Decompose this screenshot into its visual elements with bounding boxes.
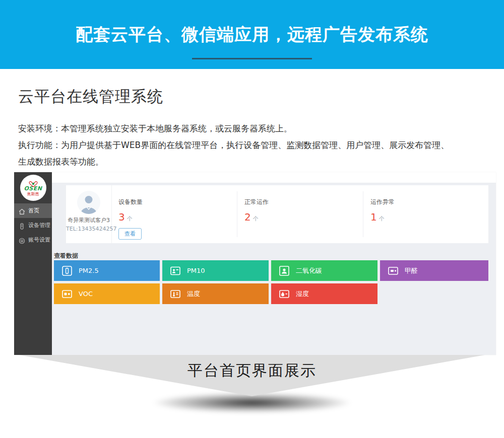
temperature-icon	[170, 289, 180, 299]
tile-label: 温度	[187, 289, 200, 299]
sidebar-item-devices[interactable]: 设备管理	[14, 218, 52, 233]
view-data-label: 查看数据	[54, 252, 78, 260]
divider	[237, 191, 237, 237]
stat-value: 2个	[244, 211, 269, 223]
humidity-icon	[279, 289, 289, 299]
stat-unit: 个	[127, 215, 133, 222]
stat-number: 1	[370, 211, 377, 223]
device-icon	[19, 222, 25, 229]
divider	[363, 191, 363, 237]
view-button[interactable]: 查看	[118, 228, 142, 240]
tile-label: PM2.5	[79, 267, 99, 274]
sidebar-item-label: 首页	[28, 207, 39, 214]
avatar	[77, 191, 100, 214]
sidebar-item-home[interactable]: 首页	[14, 203, 52, 218]
sidebar-menu: 首页 设备管理 账号设置	[14, 203, 52, 247]
intro-line-3: 生成数据报表等功能。	[18, 154, 487, 170]
app-content: 奇异果测试客户3 TEL:13435424257 设备数量 3个 查看 正常运作	[52, 183, 496, 355]
stat-number: 2	[244, 211, 251, 223]
voc-icon	[62, 289, 72, 299]
stat-label: 运作异常	[370, 198, 395, 206]
intro-line-2: 执行功能：为用户提供基于WEB界面的在线管理平台，执行设备管理、监测数据管理、用…	[18, 137, 487, 154]
caption-text: 平台首页界面展示	[187, 360, 317, 381]
stat-value: 3个	[118, 211, 143, 223]
logo-heart-icon	[29, 180, 38, 186]
tiles-row-2: VOC 温度 湿度	[54, 283, 377, 304]
formaldehyde-icon	[388, 266, 398, 276]
page-title: 云平台在线管理系统	[18, 86, 487, 107]
tile-temperature[interactable]: 温度	[162, 283, 269, 304]
tile-label: 湿度	[296, 289, 309, 299]
tiles-row-1: PM2.5 PM10 二氧化碳	[54, 260, 488, 281]
sidebar-item-label: 设备管理	[28, 222, 50, 229]
settings-icon	[19, 237, 25, 243]
banner-underline	[192, 58, 312, 59]
tile-formaldehyde[interactable]: 甲醛	[380, 260, 488, 281]
sidebar-item-account[interactable]: 账号设置	[14, 233, 52, 247]
stat-device-count: 设备数量 3个 查看	[118, 185, 143, 243]
stat-label: 正常运作	[244, 198, 269, 206]
stat-unit: 个	[253, 215, 259, 222]
tile-pm25[interactable]: PM2.5	[54, 260, 160, 281]
tile-co2[interactable]: 二氧化碳	[271, 260, 377, 281]
stat-running-normal: 正常运作 2个	[244, 185, 269, 243]
logo-wrap: OSEN 奥斯恩	[14, 172, 52, 202]
sidebar: OSEN 奥斯恩 首页 设备管理	[14, 172, 52, 355]
pm25-icon	[62, 266, 72, 276]
summary-card: 奇异果测试客户3 TEL:13435424257 设备数量 3个 查看 正常运作	[66, 185, 488, 243]
tile-label: 二氧化碳	[296, 266, 322, 275]
caption-banner: 平台首页界面展示	[19, 355, 485, 396]
stat-value: 1个	[370, 211, 395, 223]
stat-unit: 个	[379, 215, 385, 222]
pm10-icon	[170, 266, 180, 276]
user-profile: 奇异果测试客户3 TEL:13435424257	[66, 185, 112, 243]
sidebar-item-label: 账号设置	[28, 236, 50, 244]
home-icon	[19, 207, 25, 214]
intro-section: 云平台在线管理系统 安装环境：本管理系统独立安装于本地服务器系统，或云服务器系统…	[18, 69, 487, 170]
osen-logo: OSEN 奥斯恩	[20, 175, 46, 201]
customer-name: 奇异果测试客户3	[66, 216, 111, 224]
tile-voc[interactable]: VOC	[54, 283, 160, 304]
tile-label: VOC	[79, 290, 93, 298]
intro-line-1: 安装环境：本管理系统独立安装于本地服务器系统，或云服务器系统上。	[18, 120, 487, 137]
stat-label: 设备数量	[118, 198, 143, 206]
banner-title: 配套云平台、微信端应用，远程广告发布系统	[0, 0, 504, 46]
platform-screenshot: OSEN 奥斯恩 首页 设备管理	[14, 172, 496, 355]
co2-icon	[279, 266, 289, 276]
top-banner: 配套云平台、微信端应用，远程广告发布系统	[0, 0, 504, 69]
tile-label: PM10	[187, 267, 205, 274]
stat-running-abnormal: 运作异常 1个	[370, 185, 395, 243]
tile-label: 甲醛	[405, 266, 418, 275]
app-topbar	[52, 172, 496, 183]
customer-tel: TEL:13435424257	[66, 226, 111, 232]
page: 配套云平台、微信端应用，远程广告发布系统 云平台在线管理系统 安装环境：本管理系…	[0, 0, 504, 438]
logo-sub-text: 奥斯恩	[27, 191, 39, 196]
tile-pm10[interactable]: PM10	[162, 260, 269, 281]
main-area: 奇异果测试客户3 TEL:13435424257 设备数量 3个 查看 正常运作	[52, 172, 496, 355]
tile-humidity[interactable]: 湿度	[271, 283, 377, 304]
stat-number: 3	[118, 211, 125, 223]
